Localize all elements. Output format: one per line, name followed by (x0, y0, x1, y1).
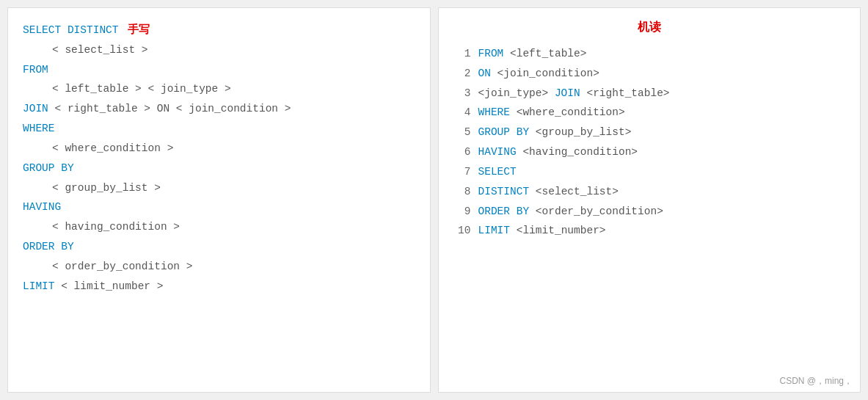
right-line-3: 3 <join_type> JOIN <right_table> (453, 84, 846, 103)
having-condition-placeholder: < having_condition > (52, 217, 180, 237)
left-line-2: < select_list > (23, 40, 415, 60)
line-num-9: 9 (453, 202, 471, 222)
line-num-8: 8 (453, 182, 471, 202)
line-num-7: 7 (453, 162, 471, 182)
r-select-kw: SELECT (478, 162, 517, 182)
r-group-by-kw: GROUP BY (478, 123, 530, 142)
r-limit-kw: LIMIT (478, 221, 511, 241)
line-num-4: 4 (453, 103, 471, 123)
order-by-condition-placeholder: < order_by_condition > (52, 257, 192, 277)
right-code-block: 1 FROM <left_table> 2 ON <join_condition… (453, 44, 846, 241)
r-limit-number: <limit_number> (510, 221, 606, 241)
r-from-kw: FROM (478, 44, 504, 64)
r-on-kw: ON (478, 64, 491, 84)
select-distinct-kw: SELECT DISTINCT (23, 21, 119, 40)
r-having-kw: HAVING (478, 142, 517, 162)
line-num-10: 10 (453, 221, 471, 241)
right-panel-title: 机读 (453, 20, 846, 35)
right-line-2: 2 ON <join_condition> (453, 64, 846, 84)
left-line-6: WHERE (23, 119, 415, 139)
r-order-by-condition: <order_by_condition> (529, 202, 663, 222)
footer-text: CSDN @，ming， (779, 375, 853, 388)
line-num-5: 5 (453, 123, 471, 142)
main-container: SELECT DISTINCT 手写 < select_list > FROM … (0, 0, 868, 400)
left-code-block: SELECT DISTINCT 手写 < select_list > FROM … (23, 20, 415, 296)
left-line-11: < having_condition > (23, 217, 415, 237)
group-by-list-placeholder: < group_by_list > (52, 178, 161, 198)
left-line-3: FROM (23, 60, 415, 80)
left-line-12: ORDER BY (23, 237, 415, 257)
right-line-6: 6 HAVING <having_condition> (453, 142, 846, 162)
left-line-4: < left_table > < join_type > (23, 79, 415, 99)
r-right-table: <right_table> (580, 84, 670, 103)
left-line-8: GROUP BY (23, 159, 415, 178)
machine-read-title: 机读 (638, 21, 661, 34)
left-line-5: JOIN < right_table > ON < join_condition… (23, 99, 415, 119)
right-line-5: 5 GROUP BY <group_by_list> (453, 123, 846, 142)
right-panel: 机读 1 FROM <left_table> 2 ON <join_condit… (438, 7, 861, 393)
right-line-4: 4 WHERE <where_condition> (453, 103, 846, 123)
join-right-table: < right_table > ON < join_condition > (48, 99, 291, 119)
r-join-type: <join_type> (478, 84, 549, 103)
limit-kw: LIMIT (23, 277, 55, 297)
left-line-1: SELECT DISTINCT 手写 (23, 20, 415, 40)
r-join-kw: JOIN (548, 84, 580, 103)
limit-number-placeholder: < limit_number > (55, 277, 164, 297)
right-line-7: 7 SELECT (453, 162, 846, 182)
order-by-kw: ORDER BY (23, 237, 74, 257)
left-line-14: LIMIT < limit_number > (23, 277, 415, 297)
group-by-kw: GROUP BY (23, 159, 74, 178)
right-line-10: 10 LIMIT <limit_number> (453, 221, 846, 241)
line-num-1: 1 (453, 44, 471, 64)
line-num-2: 2 (453, 64, 471, 84)
left-panel: SELECT DISTINCT 手写 < select_list > FROM … (7, 7, 431, 393)
r-distinct-kw: DISTINCT (478, 182, 530, 202)
select-list-placeholder: < select_list > (52, 40, 148, 60)
right-line-1: 1 FROM <left_table> (453, 44, 846, 64)
r-order-by-kw: ORDER BY (478, 202, 530, 222)
line-num-6: 6 (453, 142, 471, 162)
left-table-placeholder: < left_table > < join_type > (52, 79, 231, 99)
r-where-condition: <where_condition> (510, 103, 625, 123)
r-join-condition: <join_condition> (491, 64, 599, 84)
r-where-kw: WHERE (478, 103, 511, 123)
where-condition-placeholder: < where_condition > (52, 139, 173, 159)
join-kw: JOIN (23, 99, 48, 119)
right-line-8: 8 DISTINCT <select_list> (453, 182, 846, 202)
right-line-9: 9 ORDER BY <order_by_condition> (453, 202, 846, 222)
r-having-condition: <having_condition> (517, 142, 638, 162)
from-kw: FROM (23, 60, 48, 80)
left-line-10: HAVING (23, 197, 415, 217)
r-select-list: <select_list> (529, 182, 619, 202)
left-line-7: < where_condition > (23, 139, 415, 159)
r-group-by-list: <group_by_list> (529, 123, 631, 142)
handwrite-label: 手写 (128, 20, 150, 40)
having-kw: HAVING (23, 197, 61, 217)
left-line-9: < group_by_list > (23, 178, 415, 198)
r-left-table: <left_table> (503, 44, 586, 64)
line-num-3: 3 (453, 84, 471, 103)
where-kw: WHERE (23, 119, 55, 139)
left-line-13: < order_by_condition > (23, 257, 415, 277)
